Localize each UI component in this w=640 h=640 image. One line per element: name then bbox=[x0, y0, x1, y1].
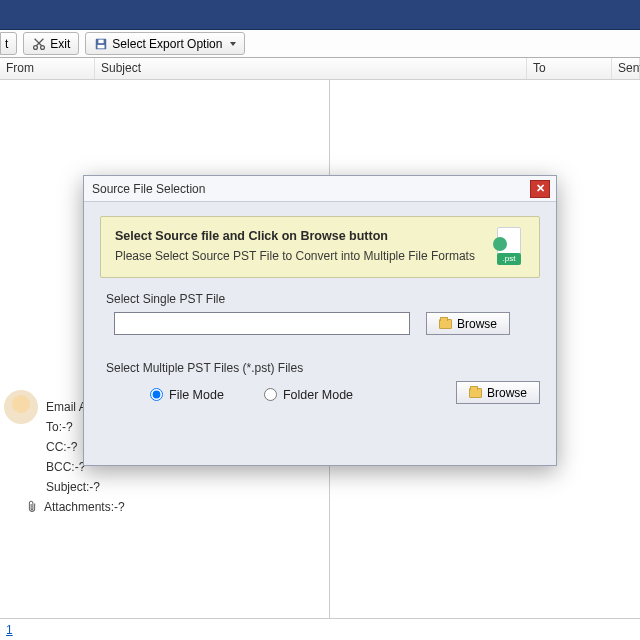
scissors-icon bbox=[32, 37, 46, 51]
browse-single-button[interactable]: Browse bbox=[426, 312, 510, 335]
select-export-option-button[interactable]: Select Export Option bbox=[85, 32, 245, 55]
toolbar-button-1-label: t bbox=[5, 37, 8, 51]
dialog-body: Select Source file and Click on Browse b… bbox=[84, 202, 556, 465]
source-file-selection-dialog: Source File Selection ✕ Select Source fi… bbox=[83, 175, 557, 466]
svg-point-1 bbox=[41, 45, 45, 49]
detail-attachments: Attachments:-? bbox=[44, 500, 125, 514]
browse-single-label: Browse bbox=[457, 317, 497, 331]
detail-bcc: BCC:-? bbox=[46, 460, 85, 474]
close-button[interactable]: ✕ bbox=[530, 180, 550, 198]
exit-button[interactable]: Exit bbox=[23, 32, 79, 55]
footer-link[interactable]: 1 bbox=[6, 623, 13, 637]
column-header-from[interactable]: From bbox=[0, 58, 95, 79]
column-header-to[interactable]: To bbox=[527, 58, 612, 79]
pst-tag: .pst bbox=[497, 253, 521, 265]
svg-rect-3 bbox=[98, 44, 105, 48]
multiple-pst-label: Select Multiple PST Files (*.pst) Files bbox=[106, 361, 540, 375]
detail-attachments-row: Attachments:-? bbox=[6, 500, 321, 514]
pst-file-icon: .pst bbox=[491, 227, 525, 265]
folder-mode-option[interactable]: Folder Mode bbox=[264, 388, 353, 402]
dialog-title: Source File Selection bbox=[92, 182, 205, 196]
single-pst-label: Select Single PST File bbox=[106, 292, 540, 306]
paperclip-icon bbox=[26, 500, 38, 514]
mode-radio-group: File Mode Folder Mode bbox=[100, 388, 353, 402]
detail-subject-row: Subject:-? bbox=[46, 480, 321, 494]
detail-to: To:-? bbox=[46, 420, 73, 434]
column-headers: From Subject To Sent bbox=[0, 58, 640, 80]
banner-title: Select Source file and Click on Browse b… bbox=[115, 229, 479, 243]
banner-subtitle: Please Select Source PST File to Convert… bbox=[115, 249, 479, 263]
close-icon: ✕ bbox=[536, 182, 545, 195]
dialog-titlebar: Source File Selection ✕ bbox=[84, 176, 556, 202]
chevron-down-icon bbox=[230, 42, 236, 46]
toolbar: t Exit Select Export Option bbox=[0, 30, 640, 58]
detail-cc: CC:-? bbox=[46, 440, 77, 454]
toolbar-button-1[interactable]: t bbox=[0, 32, 17, 55]
detail-subject: Subject:-? bbox=[46, 480, 100, 494]
browse-multiple-button[interactable]: Browse bbox=[456, 381, 540, 404]
column-header-subject[interactable]: Subject bbox=[95, 58, 527, 79]
browse-multiple-label: Browse bbox=[487, 386, 527, 400]
exit-button-label: Exit bbox=[50, 37, 70, 51]
folder-icon bbox=[469, 388, 482, 398]
svg-point-0 bbox=[34, 45, 38, 49]
file-mode-radio[interactable] bbox=[150, 388, 163, 401]
select-export-option-label: Select Export Option bbox=[112, 37, 222, 51]
avatar bbox=[4, 390, 38, 424]
file-mode-label: File Mode bbox=[169, 388, 224, 402]
footer: 1 bbox=[0, 618, 640, 640]
file-mode-option[interactable]: File Mode bbox=[150, 388, 224, 402]
folder-mode-label: Folder Mode bbox=[283, 388, 353, 402]
svg-rect-4 bbox=[99, 39, 104, 43]
column-header-sent[interactable]: Sent bbox=[612, 58, 640, 79]
detail-email-label: Email A bbox=[46, 400, 87, 414]
folder-mode-radio[interactable] bbox=[264, 388, 277, 401]
app-titlebar bbox=[0, 0, 640, 30]
single-pst-path-input[interactable] bbox=[114, 312, 410, 335]
info-banner: Select Source file and Click on Browse b… bbox=[100, 216, 540, 278]
folder-icon bbox=[439, 319, 452, 329]
save-icon bbox=[94, 37, 108, 51]
